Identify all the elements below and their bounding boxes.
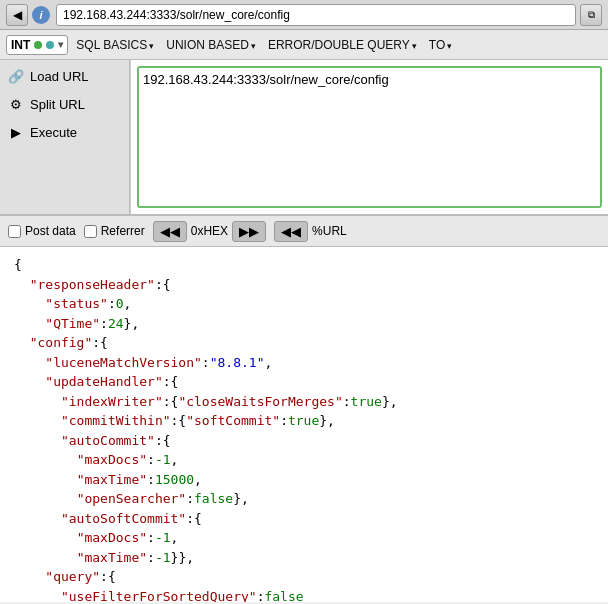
json-line: "maxDocs":-1, xyxy=(14,450,594,470)
url-label: %URL xyxy=(312,224,347,238)
back-button[interactable]: ◀ xyxy=(6,4,28,26)
post-data-option: Post data xyxy=(8,224,76,238)
sidebar-item-split-url[interactable]: ⚙ Split URL xyxy=(0,90,129,118)
json-line: { xyxy=(14,255,594,275)
json-line: "autoSoftCommit":{ xyxy=(14,509,594,529)
referrer-checkbox[interactable] xyxy=(84,225,97,238)
hex-group: ◀◀ 0xHEX ▶▶ xyxy=(153,221,266,242)
sidebar-label-load-url: Load URL xyxy=(30,69,89,84)
menu-sql-basics[interactable]: SQL BASICS xyxy=(72,36,158,54)
url-input-area: 192.168.43.244:3333/solr/new_core/config xyxy=(130,60,608,214)
sidebar-item-load-url[interactable]: 🔗 Load URL xyxy=(0,62,129,90)
url-input[interactable]: 192.168.43.244:3333/solr/new_core/config xyxy=(137,66,602,208)
json-line: "commitWithin":{"softCommit":true}, xyxy=(14,411,594,431)
json-line: "query":{ xyxy=(14,567,594,587)
sidebar: 🔗 Load URL ⚙ Split URL ▶ Execute xyxy=(0,60,130,214)
toolbar: INT ▾ SQL BASICS UNION BASED ERROR/DOUBL… xyxy=(0,30,608,60)
main-content: 🔗 Load URL ⚙ Split URL ▶ Execute 192.168… xyxy=(0,60,608,602)
hex-left-arrow[interactable]: ◀◀ xyxy=(153,221,187,242)
json-line: "openSearcher":false}, xyxy=(14,489,594,509)
json-line: "luceneMatchVersion":"8.8.1", xyxy=(14,353,594,373)
info-button[interactable]: i xyxy=(32,6,50,24)
menu-error-double[interactable]: ERROR/DOUBLE QUERY xyxy=(264,36,421,54)
json-line: "useFilterForSortedQuery":false xyxy=(14,587,594,603)
json-line: "config":{ xyxy=(14,333,594,353)
copy-button[interactable]: ⧉ xyxy=(580,4,602,26)
split-url-icon: ⚙ xyxy=(8,96,24,112)
url-left-arrow[interactable]: ◀◀ xyxy=(274,221,308,242)
json-line: "status":0, xyxy=(14,294,594,314)
menu-to[interactable]: TO xyxy=(425,36,456,54)
top-section: 🔗 Load URL ⚙ Split URL ▶ Execute 192.168… xyxy=(0,60,608,215)
dot-green xyxy=(34,41,42,49)
json-line: "autoCommit":{ xyxy=(14,431,594,451)
json-line: "indexWriter":{"closeWaitsForMerges":tru… xyxy=(14,392,594,412)
address-text: 192.168.43.244:3333/solr/new_core/config xyxy=(63,8,290,22)
json-line: "updateHandler":{ xyxy=(14,372,594,392)
url-encode-group: ◀◀ %URL xyxy=(274,221,349,242)
sidebar-label-execute: Execute xyxy=(30,125,77,140)
json-line: "maxTime":-1}}, xyxy=(14,548,594,568)
info-icon: i xyxy=(39,9,42,21)
chevron-icon: ▾ xyxy=(58,39,63,50)
copy-icon: ⧉ xyxy=(588,9,595,21)
menu-union-based[interactable]: UNION BASED xyxy=(162,36,260,54)
address-bar: 192.168.43.244:3333/solr/new_core/config xyxy=(56,4,576,26)
post-data-label: Post data xyxy=(25,224,76,238)
load-url-icon: 🔗 xyxy=(8,68,24,84)
back-icon: ◀ xyxy=(13,8,22,22)
options-bar: Post data Referrer ◀◀ 0xHEX ▶▶ ◀◀ %URL xyxy=(0,215,608,247)
hex-label: 0xHEX xyxy=(191,224,228,238)
json-line: "maxTime":15000, xyxy=(14,470,594,490)
dot-teal xyxy=(46,41,54,49)
hex-right-arrow[interactable]: ▶▶ xyxy=(232,221,266,242)
json-line: "responseHeader":{ xyxy=(14,275,594,295)
referrer-label: Referrer xyxy=(101,224,145,238)
sidebar-label-split-url: Split URL xyxy=(30,97,85,112)
json-content: { "responseHeader":{ "status":0, "QTime"… xyxy=(0,247,608,602)
post-data-checkbox[interactable] xyxy=(8,225,21,238)
browser-bar: ◀ i 192.168.43.244:3333/solr/new_core/co… xyxy=(0,0,608,30)
json-line: "QTime":24}, xyxy=(14,314,594,334)
sidebar-item-execute[interactable]: ▶ Execute xyxy=(0,118,129,146)
execute-icon: ▶ xyxy=(8,124,24,140)
type-label: INT xyxy=(11,38,30,52)
json-line: "maxDocs":-1, xyxy=(14,528,594,548)
type-selector[interactable]: INT ▾ xyxy=(6,35,68,55)
referrer-option: Referrer xyxy=(84,224,145,238)
